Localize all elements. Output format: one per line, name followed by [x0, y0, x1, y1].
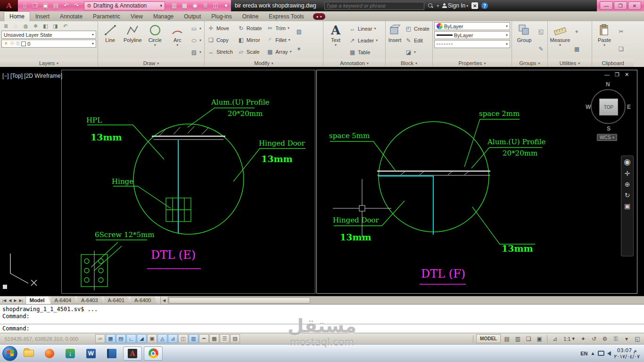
layer-dropdown[interactable]: ☀ ☉ ⚿ 0 ▾ [1, 40, 96, 48]
explode-button[interactable]: ✶ [294, 45, 304, 53]
layer-off-icon[interactable]: ◌ [11, 22, 20, 30]
exchange-apps-icon[interactable]: ✕ [471, 2, 478, 9]
taskbar-explorer-button[interactable] [19, 346, 38, 361]
next-layout-icon[interactable]: ▶ [13, 298, 17, 303]
workspace-switcher[interactable]: ⚙ Drafting & Annotation ▾ [84, 1, 165, 10]
sign-in-button[interactable]: Sign In ▾ [442, 2, 468, 9]
infer-toggle[interactable]: ▱ [95, 334, 105, 343]
layer-lock-icon[interactable]: ◧ [41, 22, 50, 30]
status-menu-icon[interactable]: ▾ [622, 334, 631, 343]
quick-view-drawings-icon[interactable]: ❏ [524, 334, 533, 343]
line-button[interactable]: Line [99, 22, 121, 58]
viewcube-top-face[interactable]: TOP [599, 99, 618, 115]
lineweight-dropdown[interactable]: ByLayer ▾ [434, 31, 510, 39]
drawing-canvas[interactable]: [−] [Top] [2D Wireframe] — ❐ ✕ HPL 13mm … [0, 67, 644, 296]
layers-panel-label[interactable]: Layers▾ [0, 59, 98, 67]
save-icon[interactable]: ▣ [41, 1, 50, 10]
ribbon-options-button[interactable]: ●▾ [313, 13, 325, 20]
minimize-button[interactable]: — [600, 1, 613, 10]
first-layout-icon[interactable]: |◀ [1, 298, 7, 303]
taskbar-clock[interactable]: 03:07 م ٢٠١٧/٠٤/٠٧ [614, 347, 640, 360]
quick-calc-button[interactable]: ▦ [572, 45, 582, 53]
clean-screen-icon[interactable]: ◱ [633, 334, 642, 343]
annotation-scale-icon[interactable]: ⊿ [550, 334, 560, 343]
plot-icon[interactable]: ▤ [51, 1, 61, 10]
volume-icon[interactable] [607, 351, 611, 356]
erase-button[interactable]: ▨ [294, 27, 304, 35]
selection-cycling-toggle[interactable]: ▨ [230, 334, 240, 343]
groups-panel-label[interactable]: Groups▾ [512, 59, 547, 67]
command-prompt[interactable]: Command: [0, 324, 644, 333]
linear-dimension-button[interactable]: ↔Linear▾ [347, 25, 379, 33]
insert-block-button[interactable]: Insert [387, 22, 403, 58]
snap-toggle[interactable]: ▦ [106, 334, 116, 343]
layout-tab-a6401[interactable]: A-6401 [104, 296, 131, 304]
tab-express-tools[interactable]: Express Tools [264, 12, 309, 21]
rotate-button[interactable]: ↻Rotate [236, 24, 263, 32]
orbit-icon[interactable]: ↻ [625, 192, 630, 198]
object-color-dropdown[interactable]: ByLayer ▾ [434, 22, 510, 30]
viewcube-south[interactable]: S [607, 125, 611, 132]
application-menu-button[interactable]: A [0, 0, 18, 11]
osnap-toggle[interactable]: ▣ [147, 334, 157, 343]
hatch-button[interactable]: ▨▾ [189, 48, 203, 56]
drawing-minimize-icon[interactable]: — [604, 72, 610, 78]
annotation-visibility-icon[interactable]: ✦ [578, 334, 588, 343]
layer-freeze-icon[interactable]: ❄ [31, 22, 40, 30]
pan-icon[interactable]: ✛ [625, 170, 630, 177]
quick-view-layouts-icon[interactable]: ▣ [535, 334, 544, 343]
ducs-toggle[interactable]: ◫ [178, 334, 188, 343]
close-button[interactable]: ✕ [628, 1, 641, 10]
layer-isolate-icon[interactable]: ◍ [21, 22, 30, 30]
render-icon[interactable]: ◫ [211, 1, 221, 10]
undo-icon[interactable]: ↶ [61, 1, 71, 10]
annotation-scale-button[interactable]: 1:1▾ [561, 334, 577, 343]
table-button[interactable]: ▦Table [347, 48, 379, 56]
layout-tab-a6400[interactable]: A-6400 [131, 296, 157, 304]
viewport-controls[interactable]: [−] [Top] [2D Wireframe] [2, 73, 62, 79]
tab-online[interactable]: Online [237, 12, 264, 21]
ellipse-button[interactable]: ⬭▾ [189, 36, 203, 44]
show-motion-icon[interactable]: ▣ [624, 203, 630, 209]
paste-button[interactable]: Paste ▾ [594, 22, 615, 58]
polyline-button[interactable]: Polyline [122, 22, 144, 58]
taskbar-chrome-button[interactable] [144, 346, 163, 361]
rectangle-button[interactable]: ▭▾ [189, 25, 203, 33]
layer-properties-icon[interactable]: ≣ [1, 22, 10, 30]
redo-icon[interactable]: ↷ [72, 1, 82, 10]
annotation-panel-label[interactable]: Annotation▾ [323, 59, 385, 67]
mirror-button[interactable]: ◧Mirror [236, 36, 263, 44]
taskbar-download-manager-button[interactable]: ↓ [61, 346, 80, 361]
tab-plugins[interactable]: Plug-ins [206, 12, 237, 21]
array-button[interactable]: ▦Array▾ [265, 48, 293, 56]
tab-insert[interactable]: Insert [30, 12, 55, 21]
qat-menu-icon[interactable]: ▾ [221, 1, 231, 10]
new-file-icon[interactable]: ▯ [20, 1, 30, 10]
edit-attributes-button[interactable]: ◪▾ [404, 48, 431, 56]
sheet-set-icon[interactable]: ▥ [169, 1, 179, 10]
start-button[interactable] [2, 346, 17, 361]
polar-toggle[interactable]: ◢ [137, 334, 147, 343]
layer-prev-icon[interactable]: ↶ [61, 22, 70, 30]
viewcube[interactable]: N W E S TOP WCS▾ [587, 81, 631, 143]
open-file-icon[interactable]: ❒ [30, 1, 40, 10]
viewcube-east[interactable]: E [627, 104, 631, 110]
display-icon[interactable] [598, 351, 604, 356]
cut-button[interactable]: ✂ [616, 27, 626, 35]
annotation-autoscale-icon[interactable]: ↺ [589, 334, 599, 343]
layout-icon[interactable]: ▤ [502, 334, 512, 343]
layout-tab-model[interactable]: Model [26, 296, 51, 304]
taskbar-notebook-button[interactable] [102, 346, 121, 361]
search-input[interactable] [326, 3, 422, 8]
id-point-button[interactable]: ⌖ [572, 27, 582, 35]
prev-layout-icon[interactable]: ◀ [8, 298, 12, 303]
viewcube-north[interactable]: N [606, 81, 610, 88]
modify-panel-label[interactable]: Modify▾ [205, 59, 323, 67]
drawing-restore-icon[interactable]: ❐ [615, 72, 619, 78]
create-block-button[interactable]: ◰Create [404, 25, 431, 33]
circle-button[interactable]: Circle ▾ [144, 22, 166, 58]
move-button[interactable]: ✛Move [206, 24, 234, 32]
layers-tool-icon[interactable]: ≣ [200, 1, 210, 10]
infocenter-search[interactable] [324, 2, 424, 10]
edit-block-button[interactable]: ✎Edit [404, 36, 431, 44]
